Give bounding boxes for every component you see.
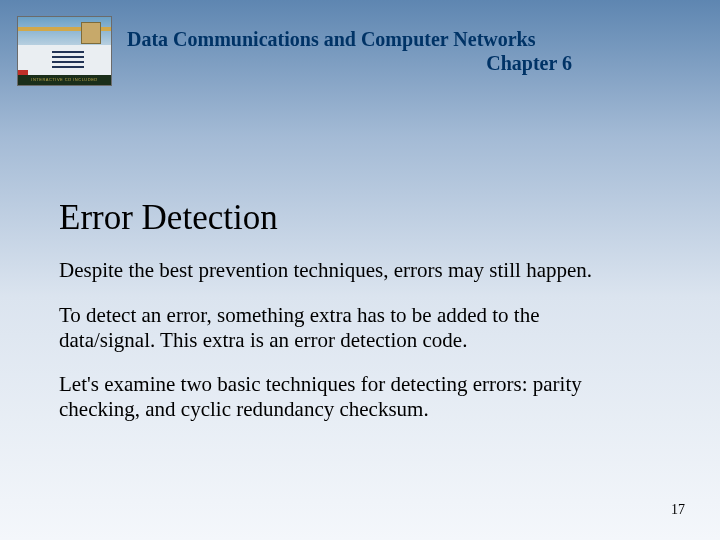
body-paragraph: Let's examine two basic techniques for d… [59, 372, 634, 422]
body-paragraph: To detect an error, something extra has … [59, 303, 634, 353]
thumb-caption: INTERACTIVE CD INCLUDED [18, 75, 111, 85]
chapter-label: Chapter 6 [127, 52, 572, 75]
page-number: 17 [671, 502, 685, 518]
slide-body: Despite the best prevention techniques, … [59, 258, 634, 442]
body-paragraph: Despite the best prevention techniques, … [59, 258, 634, 283]
slide-title: Error Detection [59, 198, 278, 238]
book-cover-thumbnail: INTERACTIVE CD INCLUDED [17, 16, 112, 86]
slide: INTERACTIVE CD INCLUDED Data Communicati… [0, 0, 720, 540]
course-title: Data Communications and Computer Network… [127, 28, 577, 51]
